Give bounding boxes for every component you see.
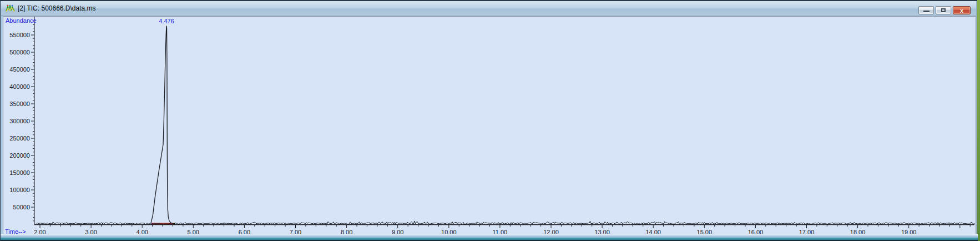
svg-text:500000: 500000: [9, 49, 30, 56]
chromatogram-plot-area[interactable]: 2.003.004.005.006.007.008.009.0010.0011.…: [3, 16, 976, 235]
window-title-bar[interactable]: [2] TIC: 500666.D\data.ms x: [1, 1, 976, 16]
svg-text:150000: 150000: [9, 169, 30, 176]
close-button[interactable]: x: [953, 6, 971, 14]
y-axis-ticks: [31, 24, 34, 220]
close-icon: x: [953, 7, 970, 14]
svg-text:300000: 300000: [9, 118, 30, 124]
svg-text:350000: 350000: [9, 101, 30, 107]
svg-text:450000: 450000: [9, 66, 30, 73]
minimize-button[interactable]: [918, 6, 934, 14]
svg-text:550000: 550000: [9, 32, 30, 38]
svg-text:200000: 200000: [9, 152, 30, 159]
minimize-icon: [923, 11, 930, 12]
chromatogram-app-icon: [6, 3, 15, 13]
peak-retention-time-label: 4.476: [159, 18, 174, 24]
desktop-background: [2] TIC: 500666.D\data.ms x 2.003.004.00…: [0, 0, 980, 241]
restore-button[interactable]: [936, 6, 951, 14]
axes: [34, 17, 974, 225]
chromatogram-canvas[interactable]: 2.003.004.005.006.007.008.009.0010.0011.…: [3, 17, 976, 234]
chromatogram-window: [2] TIC: 500666.D\data.ms x 2.003.004.00…: [0, 0, 977, 241]
restore-icon: [941, 8, 946, 12]
window-bottom-frame: [1, 234, 978, 241]
svg-text:400000: 400000: [9, 83, 30, 90]
svg-text:100000: 100000: [9, 187, 30, 193]
window-controls: x: [918, 6, 971, 14]
x-axis-ticks: [40, 225, 970, 228]
peak-trace: [151, 26, 175, 224]
svg-text:250000: 250000: [9, 135, 30, 142]
window-title: [2] TIC: 500666.D\data.ms: [18, 4, 96, 12]
y-axis-title: Abundance: [6, 17, 37, 24]
y-tick-labels: 5000010000015000020000025000030000035000…: [9, 32, 30, 210]
svg-text:50000: 50000: [13, 204, 30, 210]
tic-baseline-trace: [37, 221, 975, 224]
